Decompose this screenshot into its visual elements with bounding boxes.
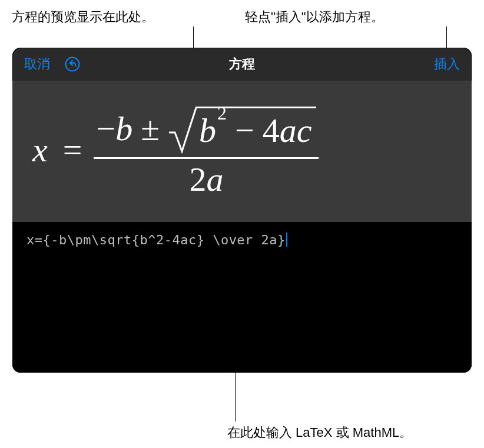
math-pm: ± (141, 112, 160, 146)
dialog-title: 方程 (229, 55, 255, 73)
callout-editor: 在此处输入 LaTeX 或 MathML。 (227, 424, 412, 442)
callout-preview: 方程的预览显示在此处。 (12, 8, 154, 26)
equation-preview: x = − b ± b 2 − 4 (12, 81, 472, 222)
radical-icon (168, 104, 197, 154)
callout-insert: 轻点"插入"以添加方程。 (245, 8, 384, 26)
math-b: b (115, 112, 132, 146)
math-minus: − (96, 112, 115, 146)
rendered-equation: x = − b ± b 2 − 4 (32, 101, 319, 200)
math-minus2: − (235, 114, 254, 148)
math-fraction: − b ± b 2 − 4 a c (94, 101, 319, 200)
undo-button[interactable] (64, 56, 81, 72)
math-four: 4 (263, 114, 280, 148)
math-sqrt: b 2 − 4 a c (168, 104, 316, 154)
callout-line-editor (235, 371, 236, 422)
math-b2-b: b (199, 114, 216, 148)
math-den-a: a (206, 162, 223, 197)
cancel-button[interactable]: 取消 (24, 55, 50, 73)
math-a: a (280, 114, 297, 148)
svg-point-0 (66, 58, 79, 71)
math-b2-exp: 2 (217, 104, 227, 123)
math-equals: = (63, 133, 82, 167)
latex-editor[interactable]: x={-b\pm\sqrt{b^2-4ac} \over 2a} (12, 222, 472, 373)
toolbar: 取消 方程 插入 (12, 48, 472, 81)
toolbar-left: 取消 (24, 55, 81, 73)
latex-source-text: x={-b\pm\sqrt{b^2-4ac} \over 2a} (26, 233, 286, 247)
undo-icon (65, 57, 80, 72)
math-den-2: 2 (189, 162, 206, 197)
fraction-numerator: − b ± b 2 − 4 a c (94, 101, 319, 157)
insert-button[interactable]: 插入 (434, 55, 460, 73)
math-c: c (297, 114, 312, 148)
fraction-denominator: 2 a (187, 159, 226, 200)
text-caret (286, 233, 287, 247)
equation-dialog: 取消 方程 插入 x = − b ± (12, 48, 472, 373)
math-x: x (32, 133, 48, 167)
math-radicand: b 2 − 4 a c (195, 107, 316, 152)
